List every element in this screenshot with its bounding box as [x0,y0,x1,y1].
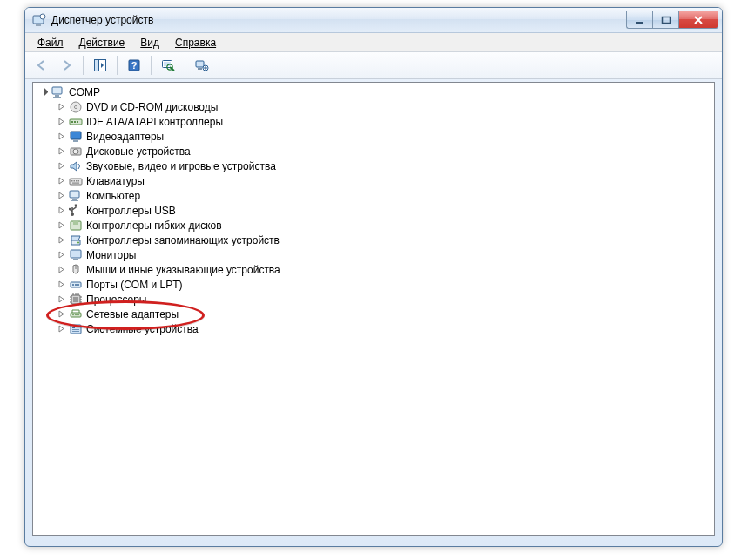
tree-node-label: Контроллеры гибких дисков [86,219,222,232]
tree-node[interactable]: Контроллеры гибких дисков [37,218,711,233]
tree-node-label: Процессоры [86,293,147,306]
tree-node[interactable]: Контроллеры запоминающих устройств [37,233,711,247]
window-controls [626,11,718,29]
svg-rect-1 [36,24,41,26]
mouse-icon [69,263,83,277]
expand-icon[interactable] [56,324,66,334]
expand-icon[interactable] [56,220,66,231]
expand-icon[interactable] [56,265,66,275]
tree-node[interactable]: Дисковые устройства [37,144,711,159]
tree-node[interactable]: Мыши и иные указывающие устройства [37,262,711,277]
expand-icon[interactable] [56,280,66,290]
tree-node-label: Клавиатуры [86,175,145,187]
toolbar-separator [151,56,152,75]
expand-icon[interactable] [56,206,66,216]
menu-help[interactable]: Справка [168,35,223,51]
toolbar-separator [83,56,84,75]
expand-icon[interactable] [56,132,66,142]
tree-node-label: IDE ATA/ATAPI контроллеры [86,116,223,128]
show-hide-tree-button[interactable] [89,54,111,77]
tree-node-label: Звуковые, видео и игровые устройства [86,160,276,172]
menu-action[interactable]: Действие [72,35,132,51]
tree-node-label: Сетевые адаптеры [86,308,179,320]
tree-node-label: Видеоадаптеры [86,131,164,143]
toolbar-separator [117,56,118,75]
tree-node-label: Контроллеры USB [86,205,176,217]
tree-node[interactable]: DVD и CD-ROM дисководы [37,99,711,114]
tree-node-label: Дисковые устройства [86,145,191,158]
svg-rect-6 [95,60,99,71]
tree-node-label: COMP [69,86,100,98]
svg-text:?: ? [131,60,138,71]
tree-node[interactable]: Клавиатуры [37,173,711,188]
app-icon [32,13,46,27]
tree-node[interactable]: Системные устройства [37,321,711,336]
computer-icon [69,189,83,203]
tree-node[interactable]: Контроллеры USB [37,203,711,218]
network-icon [69,307,83,321]
minimize-button[interactable] [626,11,652,29]
hdd-icon [69,145,83,159]
svg-point-2 [40,14,45,19]
device-manager-window: Диспетчер устройств Файл Действие Вид Сп… [24,7,723,547]
tree-node[interactable]: Процессоры [37,292,711,307]
monitor-icon [69,248,83,262]
expand-icon[interactable] [56,117,66,127]
expand-icon[interactable] [56,176,66,186]
tree-node[interactable]: Компьютер [37,188,711,203]
maximize-button[interactable] [652,11,678,29]
keyboard-icon [69,174,83,188]
tree-node[interactable]: Порты (COM и LPT) [37,277,711,292]
usb-icon [69,204,83,218]
expand-icon[interactable] [56,102,66,112]
storage-icon [69,233,83,247]
svg-rect-3 [636,22,643,24]
tree-node-label: Компьютер [86,190,140,202]
tree-node[interactable]: Звуковые, видео и игровые устройства [37,159,711,173]
display-icon [69,130,83,144]
menu-view[interactable]: Вид [133,35,166,51]
tree-node-label: Контроллеры запоминающих устройств [86,234,280,246]
tree-node[interactable]: Видеоадаптеры [37,129,711,144]
view-devices-button[interactable] [191,54,213,77]
expand-icon[interactable] [56,146,66,157]
system-icon [69,322,83,336]
svg-rect-4 [662,17,670,23]
floppyctl-icon [69,219,83,233]
cpu-icon [69,293,83,307]
back-button[interactable] [30,54,53,77]
svg-rect-12 [196,61,204,67]
tree-node[interactable]: Мониторы [37,247,711,262]
tree-node-label: Мониторы [86,249,136,261]
svg-rect-13 [198,68,202,70]
device-tree-panel: COMPDVD и CD-ROM дисководыIDE ATA/ATAPI … [32,82,715,536]
expand-icon[interactable] [56,294,66,305]
tree-node-label: DVD и CD-ROM дисководы [86,101,218,113]
tree-node-label: Порты (COM и LPT) [86,279,183,291]
collapse-icon[interactable] [38,87,49,98]
scan-hardware-button[interactable] [157,54,179,77]
sound-icon [69,159,83,173]
menubar: Файл Действие Вид Справка [25,33,722,52]
toolbar-separator [185,56,185,75]
help-button[interactable]: ? [123,54,145,77]
forward-button[interactable] [55,54,77,77]
menu-file[interactable]: Файл [30,35,71,51]
close-button[interactable] [678,11,718,29]
window-title: Диспетчер устройств [51,14,626,26]
tree-node-label: Мыши и иные указывающие устройства [86,264,280,276]
ports-icon [69,278,83,292]
expand-icon[interactable] [56,161,66,172]
titlebar[interactable]: Диспетчер устройств [25,8,722,33]
expand-icon[interactable] [56,309,66,320]
tree-node[interactable]: COMP [37,84,711,99]
tree-node[interactable]: IDE ATA/ATAPI контроллеры [37,114,711,129]
tree-node[interactable]: Сетевые адаптеры [37,307,711,321]
device-tree[interactable]: COMPDVD и CD-ROM дисководыIDE ATA/ATAPI … [33,83,714,338]
toolbar: ? [25,52,722,79]
expand-icon[interactable] [56,235,66,246]
expand-icon[interactable] [56,191,66,201]
ide-icon [69,115,83,129]
expand-icon[interactable] [56,250,66,260]
tree-node-label: Системные устройства [86,323,199,335]
